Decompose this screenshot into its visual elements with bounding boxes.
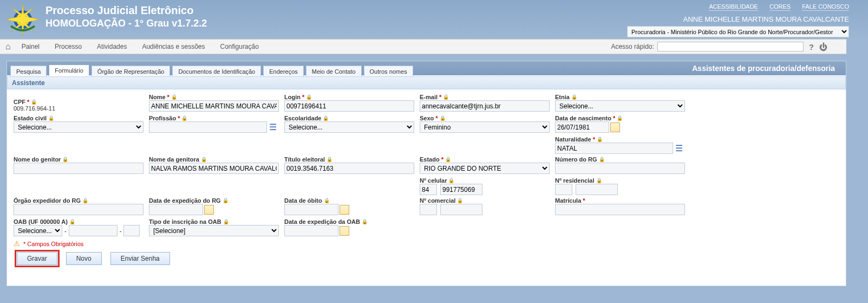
select-estado[interactable]: RIO GRANDE DO NORTE xyxy=(420,163,550,174)
menu-configuracao[interactable]: Configuração xyxy=(220,43,259,50)
input-celular-num[interactable] xyxy=(440,184,482,195)
tab-pesquisa[interactable]: Pesquisa xyxy=(10,66,47,77)
lock-icon: 🔒 xyxy=(48,115,54,121)
lock-icon: 🔒 xyxy=(362,219,368,224)
input-data-exp-oab[interactable] xyxy=(284,225,338,236)
lock-icon: 🔒 xyxy=(82,198,88,203)
link-acessibilidade[interactable]: ACESSIBILIDADE xyxy=(709,3,758,11)
label-data-nascimento: Data de nascimento xyxy=(555,115,611,121)
label-orgao-rg: Órgão expedidor do RG xyxy=(14,197,81,204)
input-numero-rg[interactable] xyxy=(555,163,685,174)
label-tipo-oab: Tipo de inscrição na OAB xyxy=(149,218,221,225)
label-sexo: Sexo xyxy=(420,115,434,121)
list-icon[interactable]: ☰ xyxy=(269,122,277,132)
tab-orgao-representacao[interactable]: Órgão de Representação xyxy=(92,66,171,77)
app-header: Processo Judicial Eletrônico HOMOLOGAÇÃO… xyxy=(0,0,868,39)
input-titulo-eleitoral[interactable] xyxy=(284,163,414,174)
select-oab-uf[interactable]: Selecione... xyxy=(14,225,62,236)
input-orgao-rg[interactable] xyxy=(14,204,143,215)
input-profissao[interactable] xyxy=(149,121,267,133)
tab-meio-contato[interactable]: Meio de Contato xyxy=(306,66,362,77)
input-residencial-ddd[interactable] xyxy=(555,184,572,195)
tab-outros-nomes[interactable]: Outros nomes xyxy=(364,66,413,77)
tab-documentos-identificacao[interactable]: Documentos de Identificação xyxy=(172,66,261,77)
input-residencial-num[interactable] xyxy=(576,184,618,195)
calendar-icon[interactable] xyxy=(610,123,620,132)
select-sexo[interactable]: Feminino xyxy=(420,121,550,133)
select-escolaridade[interactable]: Selecione... xyxy=(284,121,414,133)
lock-icon: 🔒 xyxy=(596,178,602,183)
gravar-button[interactable]: Gravar xyxy=(17,252,57,265)
label-data-obito: Data de óbito xyxy=(284,197,322,204)
label-escolaridade: Escolaridade xyxy=(284,115,321,121)
current-user-name: ANNE MICHELLE MARTINS MOURA CAVALCANTE xyxy=(683,15,849,23)
lock-icon: 🔒 xyxy=(323,115,329,121)
input-data-nascimento[interactable] xyxy=(555,121,609,133)
lock-icon: 🔒 xyxy=(599,157,605,162)
input-comercial-ddd[interactable] xyxy=(420,204,437,215)
warning-icon: ⚠ xyxy=(14,240,20,248)
input-nome-genitor[interactable] xyxy=(14,163,143,174)
input-email[interactable] xyxy=(420,100,550,112)
input-matricula[interactable] xyxy=(555,204,685,215)
menu-atividades[interactable]: Atividades xyxy=(97,43,127,50)
procuradoria-select[interactable]: Procuradoria - Ministério Público do Rio… xyxy=(627,26,849,37)
label-email: E-mail xyxy=(420,94,438,100)
tab-formulario[interactable]: Formulário xyxy=(49,65,89,76)
app-title-1: Processo Judicial Eletrônico xyxy=(45,4,207,17)
power-icon[interactable]: ⏻ xyxy=(819,42,827,51)
value-cpf: 009.716.964-11 xyxy=(14,105,143,112)
menu-processo[interactable]: Processo xyxy=(55,43,82,50)
help-icon[interactable]: ? xyxy=(809,42,814,51)
tab-enderecos[interactable]: Endereços xyxy=(263,66,304,77)
menu-painel[interactable]: Painel xyxy=(22,43,40,50)
main-menubar: ⌂ Painel Processo Atividades Audiências … xyxy=(0,39,846,54)
novo-button[interactable]: Novo xyxy=(66,252,102,265)
acesso-rapido-input[interactable] xyxy=(657,42,804,51)
label-etnia: Etnia xyxy=(555,94,570,100)
calendar-icon[interactable] xyxy=(340,205,349,215)
lock-icon: 🔒 xyxy=(171,94,177,100)
enviar-senha-button[interactable]: Enviar Senha xyxy=(110,252,170,265)
select-tipo-oab[interactable]: [Selecione] xyxy=(149,225,279,236)
acesso-rapido-label: Acesso rápido: xyxy=(611,43,654,50)
select-etnia[interactable]: Selecione... xyxy=(555,100,685,112)
calendar-icon[interactable] xyxy=(340,226,349,236)
input-celular-ddd[interactable] xyxy=(420,184,437,195)
lock-icon: 🔒 xyxy=(201,157,207,162)
input-comercial-num[interactable] xyxy=(440,204,482,215)
coat-of-arms-icon xyxy=(5,2,40,37)
content-panel: Assistentes de procuradoria/defensoria P… xyxy=(6,61,846,286)
lock-icon: 🔒 xyxy=(617,115,623,121)
lock-icon: 🔒 xyxy=(443,94,449,100)
lock-icon: 🔒 xyxy=(440,115,446,121)
input-data-exp-rg[interactable] xyxy=(149,204,203,215)
calendar-icon[interactable] xyxy=(204,205,214,215)
menu-audiencias[interactable]: Audiências e sessões xyxy=(142,43,205,50)
label-nome: Nome xyxy=(149,94,166,100)
label-login: Login xyxy=(284,94,301,100)
label-matricula: Matrícula xyxy=(555,197,581,204)
label-nome-genitor: Nome do genitor xyxy=(14,156,61,163)
input-login[interactable] xyxy=(284,100,414,112)
label-estado-civil: Estado civil xyxy=(14,115,47,121)
lock-icon: 🔒 xyxy=(306,94,312,100)
input-nome[interactable] xyxy=(149,100,279,112)
select-estado-civil[interactable]: Selecione... xyxy=(14,121,143,133)
input-naturalidade[interactable] xyxy=(555,143,673,154)
input-oab-numero[interactable] xyxy=(69,225,118,236)
label-profissao: Profissão xyxy=(149,115,176,121)
home-icon[interactable]: ⌂ xyxy=(5,42,11,51)
link-cores[interactable]: CORES xyxy=(769,3,791,11)
list-icon[interactable]: ☰ xyxy=(675,143,683,153)
lock-icon: 🔒 xyxy=(327,157,332,162)
lock-icon: 🔒 xyxy=(31,99,37,105)
input-oab-letra[interactable] xyxy=(123,225,140,236)
label-cpf: CPF xyxy=(14,99,25,105)
app-title-2: HOMOLOGAÇÃO - 1° Grau v1.7.2.2 xyxy=(45,18,207,29)
link-fale-conosco[interactable]: FALE CONOSCO xyxy=(802,3,849,11)
label-naturalidade: Naturalidade xyxy=(555,136,591,143)
lock-icon: 🔒 xyxy=(324,198,330,203)
input-nome-genitora[interactable] xyxy=(149,163,279,174)
input-data-obito[interactable] xyxy=(284,204,338,215)
